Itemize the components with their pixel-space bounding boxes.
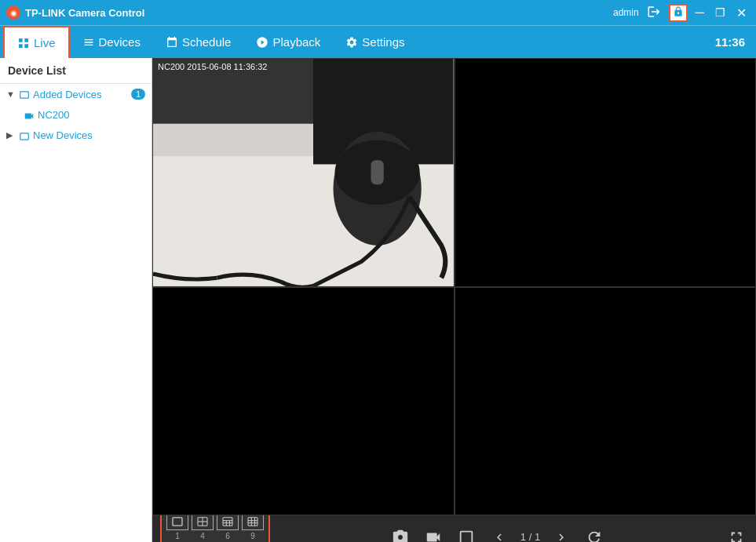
next-page-button[interactable] <box>550 526 573 542</box>
bottom-right-controls <box>725 526 748 542</box>
nc200-label: NC200 <box>38 109 145 121</box>
nav-bar: Live Devices Schedule Playback Settings … <box>0 25 756 58</box>
layout-4-label: 4 <box>192 532 214 540</box>
title-bar-right: admin ─ ❐ ✕ <box>613 3 750 23</box>
video-grid: NC200 2015-06-08 11:36:32 <box>152 58 756 515</box>
camera-device-icon <box>24 108 35 121</box>
added-devices-badge: 1 <box>131 89 145 100</box>
title-bar-left: TP-LINK Camera Control <box>6 5 144 20</box>
nav-schedule[interactable]: Schedule <box>153 26 244 59</box>
new-devices-expand-icon: ▶ <box>6 130 16 140</box>
layout-1-button[interactable] <box>166 513 188 530</box>
tree-new-devices[interactable]: ▶ New Devices <box>0 125 152 146</box>
tree-nc200[interactable]: NC200 <box>0 104 152 125</box>
layout-icons-row <box>166 513 264 530</box>
sidebar-title: Device List <box>0 58 152 84</box>
layout-6-button[interactable] <box>217 513 239 530</box>
lock-button[interactable] <box>669 4 688 22</box>
main-layout: Device List ▼ Added Devices 1 NC200 ▶ Ne… <box>0 58 756 542</box>
layout-9-label: 9 <box>242 532 264 540</box>
nav-devices-label: Devices <box>99 35 141 49</box>
layout-1-label: 1 <box>166 532 188 540</box>
added-devices-label: Added Devices <box>33 89 128 100</box>
bottom-bar: 1 4 6 9 <box>152 515 756 542</box>
layout-9-button[interactable] <box>242 513 264 530</box>
video-cell-2[interactable] <box>152 287 455 516</box>
video-cell-1[interactable] <box>455 58 757 287</box>
sign-out-button[interactable] <box>644 3 664 23</box>
bottom-controls: 1 / 1 <box>389 526 606 542</box>
new-devices-label: New Devices <box>33 129 145 141</box>
sidebar: Device List ▼ Added Devices 1 NC200 ▶ Ne… <box>0 58 152 542</box>
nav-settings[interactable]: Settings <box>333 26 417 59</box>
svg-rect-16 <box>248 518 257 526</box>
title-bar: TP-LINK Camera Control admin ─ ❐ ✕ <box>0 0 756 25</box>
video-timestamp-0: NC200 2015-06-08 11:36:32 <box>158 62 267 71</box>
layout-6-label: 6 <box>217 532 239 540</box>
nav-live[interactable]: Live <box>3 26 70 59</box>
fullscreen-button[interactable] <box>725 526 748 542</box>
tree-added-devices[interactable]: ▼ Added Devices 1 <box>0 84 152 104</box>
nav-playback-label: Playback <box>272 35 320 49</box>
nav-playback[interactable]: Playback <box>243 26 333 59</box>
clock-display: 11:36 <box>715 35 753 49</box>
video-cell-0[interactable]: NC200 2015-06-08 11:36:32 <box>152 58 455 287</box>
close-button[interactable]: ✕ <box>733 4 750 22</box>
svg-rect-6 <box>371 160 383 184</box>
svg-rect-7 <box>173 518 182 526</box>
app-title: TP-LINK Camera Control <box>25 7 144 19</box>
refresh-button[interactable] <box>583 526 606 542</box>
layout-4-button[interactable] <box>192 513 214 530</box>
admin-label: admin <box>613 7 639 18</box>
app-logo <box>6 5 20 20</box>
device-group-icon <box>19 88 30 100</box>
restore-button[interactable]: ❐ <box>712 5 729 20</box>
screenshot-button[interactable] <box>389 526 412 542</box>
video-cell-3[interactable] <box>455 287 757 516</box>
stop-button[interactable] <box>455 526 478 542</box>
page-info: 1 / 1 <box>520 531 540 542</box>
prev-page-button[interactable] <box>488 526 511 542</box>
video-area: NC200 2015-06-08 11:36:32 <box>152 58 756 542</box>
svg-rect-24 <box>461 531 473 542</box>
nav-schedule-label: Schedule <box>182 35 232 49</box>
svg-rect-11 <box>223 518 232 526</box>
nav-live-label: Live <box>34 36 56 49</box>
minimize-button[interactable]: ─ <box>692 4 707 21</box>
tree-expand-icon: ▼ <box>6 89 16 99</box>
layout-labels-row: 1 4 6 9 <box>166 532 264 540</box>
new-devices-icon <box>19 129 30 142</box>
nav-settings-label: Settings <box>362 35 404 49</box>
nav-devices[interactable]: Devices <box>70 26 153 59</box>
record-button[interactable] <box>422 526 445 542</box>
